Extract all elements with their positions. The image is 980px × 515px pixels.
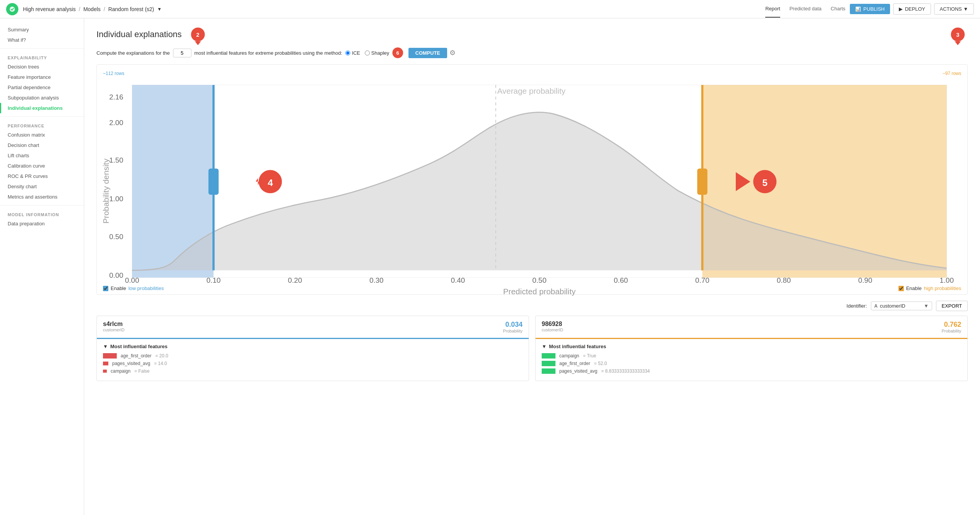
left-feature-2: pages_visited_avg = 14.0 <box>103 361 523 366</box>
chart-labels: ~112 rows ~97 rows <box>103 71 961 76</box>
feature-bar-green-1 <box>542 353 555 359</box>
feature-value-2: = 14.0 <box>154 361 167 366</box>
left-rows-label: ~112 rows <box>103 71 124 76</box>
identifier-value: customerID <box>880 303 905 309</box>
sidebar-item-partial-dependence[interactable]: Partial dependence <box>0 82 84 93</box>
sidebar-item-metrics[interactable]: Metrics and assertions <box>0 192 84 202</box>
tab-predicted-data[interactable]: Predicted data <box>789 0 822 18</box>
method-radio-group: ICE Shapley <box>345 50 389 56</box>
avg-prob-label: Average probability <box>497 86 566 95</box>
sidebar-item-decision-trees[interactable]: Decision trees <box>0 62 84 72</box>
svg-text:0.50: 0.50 <box>109 233 123 241</box>
feature-bar-red-medium <box>103 362 108 365</box>
cards-row: s4rlcm customerID 0.034 Probability ▼ Mo… <box>96 316 968 381</box>
svg-text:0.70: 0.70 <box>695 276 709 284</box>
identifier-label: Identifier: <box>846 303 867 309</box>
feature-bar-green-3 <box>542 368 555 374</box>
sidebar-item-decision-chart[interactable]: Decision chart <box>0 140 84 150</box>
left-feature-3: campaign = False <box>103 368 523 374</box>
main-content: Individual explanations 2 3 Compute the … <box>84 18 980 515</box>
right-card-prob-wrapper: 0.762 Probability <box>942 321 961 333</box>
left-card-id-wrapper: s4rlcm customerID <box>103 321 124 332</box>
sidebar-item-roc-pr[interactable]: ROC & PR curves <box>0 171 84 181</box>
breadcrumb-models[interactable]: Models <box>83 6 101 12</box>
breadcrumb-title[interactable]: High revenue analysis <box>23 6 76 12</box>
sidebar-item-data-preparation[interactable]: Data preparation <box>0 218 84 229</box>
sidebar-section-performance: PERFORMANCE <box>0 120 84 130</box>
compute-button[interactable]: COMPUTE <box>408 48 447 58</box>
density-chart-svg: Probability density 0.00 0.50 1.00 1.50 … <box>103 78 961 281</box>
radio-shapley[interactable]: Shapley <box>365 50 389 56</box>
left-card: s4rlcm customerID 0.034 Probability ▼ Mo… <box>96 316 529 381</box>
chart-svg-wrapper: Probability density 0.00 0.50 1.00 1.50 … <box>103 78 961 282</box>
deploy-button[interactable]: ▶ DEPLOY <box>893 3 931 15</box>
identifier-row: Identifier: A customerID ▼ EXPORT <box>96 301 968 311</box>
badge-3: 3 <box>951 28 965 41</box>
sidebar-item-lift-charts[interactable]: Lift charts <box>0 150 84 161</box>
export-button[interactable]: EXPORT <box>936 301 968 311</box>
layout: Summary What if? EXPLAINABILITY Decision… <box>0 18 980 515</box>
breadcrumb-model[interactable]: Random forest (s2) <box>108 6 154 12</box>
left-card-probability: 0.034 <box>503 321 523 329</box>
right-card-header: 986928 customerID 0.762 Probability <box>536 316 967 339</box>
low-slider-handle[interactable] <box>209 169 219 195</box>
tab-report[interactable]: Report <box>765 0 780 18</box>
actions-button[interactable]: ACTIONS ▼ <box>934 3 974 15</box>
svg-text:Predicted probability: Predicted probability <box>503 287 576 296</box>
enable-low-checkbox[interactable]: Enable low probabilities <box>103 285 164 291</box>
right-feature-value-1: = True <box>583 353 596 359</box>
low-prob-label: low probabilities <box>128 285 164 291</box>
svg-text:0.90: 0.90 <box>858 276 872 284</box>
enable-high-checkbox[interactable]: Enable high probabilities <box>898 285 961 291</box>
breadcrumb: High revenue analysis / Models / Random … <box>23 6 162 12</box>
radio-ice[interactable]: ICE <box>345 50 360 56</box>
right-feature-2: age_first_order = 52.0 <box>542 361 961 366</box>
feature-name-3: campaign <box>111 368 131 374</box>
sidebar-item-confusion-matrix[interactable]: Confusion matrix <box>0 130 84 140</box>
right-card-probability: 0.762 <box>942 321 961 329</box>
svg-text:0.10: 0.10 <box>206 276 220 284</box>
feature-count-input[interactable] <box>173 49 191 57</box>
feature-bar-red-small <box>103 370 107 373</box>
compute-suffix: most influential features for extreme pr… <box>194 50 343 56</box>
high-slider-handle[interactable] <box>697 169 707 195</box>
left-card-prob-wrapper: 0.034 Probability <box>503 321 523 333</box>
top-nav: High revenue analysis / Models / Random … <box>0 0 980 18</box>
gear-button[interactable]: ⚙ <box>449 49 456 57</box>
svg-text:1.00: 1.00 <box>940 276 954 284</box>
chart-container: ~112 rows ~97 rows Probability density 0… <box>96 64 968 295</box>
svg-text:0.80: 0.80 <box>777 276 791 284</box>
sidebar-item-whatif[interactable]: What if? <box>0 35 84 45</box>
right-rows-label: ~97 rows <box>942 71 961 76</box>
nav-actions: 📊 PUBLISH ▶ DEPLOY ACTIONS ▼ <box>850 3 974 15</box>
svg-text:0.50: 0.50 <box>532 276 547 284</box>
sidebar: Summary What if? EXPLAINABILITY Decision… <box>0 18 84 515</box>
svg-text:0.60: 0.60 <box>614 276 628 284</box>
sidebar-item-feature-importance[interactable]: Feature importance <box>0 72 84 82</box>
sidebar-item-summary[interactable]: Summary <box>0 24 84 35</box>
page-title: Individual explanations <box>96 29 182 39</box>
sidebar-item-calibration-curve[interactable]: Calibration curve <box>0 161 84 171</box>
feature-value-1: = 20.0 <box>155 353 168 359</box>
badge-4-text: 4 <box>268 178 273 188</box>
identifier-dropdown-icon[interactable]: ▼ <box>924 303 929 309</box>
right-feature-value-3: = 8.8333333333333334 <box>601 368 650 374</box>
feature-value-3: = False <box>134 368 150 374</box>
svg-text:0.00: 0.00 <box>109 271 123 279</box>
sidebar-item-density-chart[interactable]: Density chart <box>0 181 84 192</box>
badge-6: 6 <box>392 47 403 58</box>
high-enable-label: Enable <box>906 285 921 291</box>
right-card-id: 986928 <box>542 321 563 328</box>
model-dropdown-arrow[interactable]: ▼ <box>157 7 162 12</box>
right-feature-name-2: age_first_order <box>559 361 590 366</box>
badge-5-text: 5 <box>762 178 768 188</box>
right-card-body: ▼ Most influential features campaign = T… <box>536 339 967 381</box>
tab-charts[interactable]: Charts <box>831 0 845 18</box>
sidebar-item-subpopulation[interactable]: Subpopulation analysis <box>0 93 84 103</box>
right-feature-name-3: pages_visited_avg <box>559 368 597 374</box>
publish-button[interactable]: 📊 PUBLISH <box>850 4 890 14</box>
right-card-prob-label: Probability <box>942 329 961 333</box>
identifier-select-wrapper[interactable]: A customerID ▼ <box>871 302 932 310</box>
right-feature-value-2: = 52.0 <box>594 361 607 366</box>
sidebar-item-individual-explanations[interactable]: Individual explanations <box>0 103 84 113</box>
